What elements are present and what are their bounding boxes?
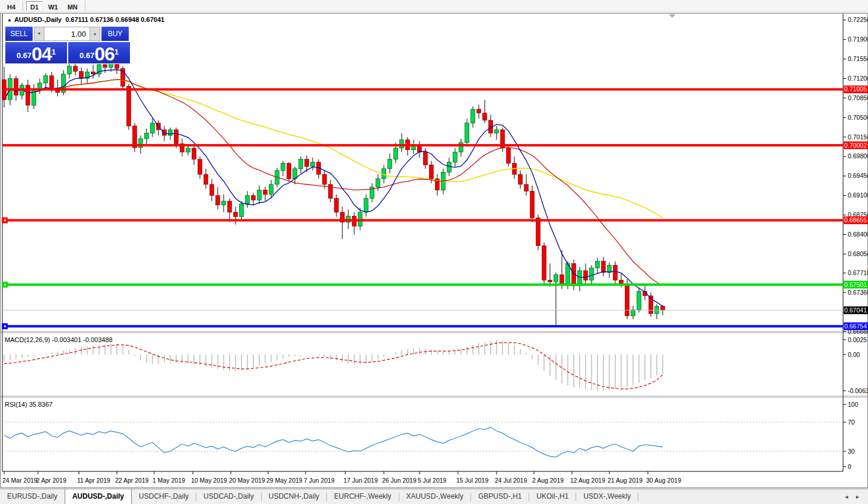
buy-price-prefix: 0.67 xyxy=(80,49,94,63)
candle-body xyxy=(507,148,511,163)
candle-body xyxy=(228,201,232,212)
tab-eurchf-weekly[interactable]: EURCHF-,Weekly xyxy=(327,489,398,504)
tab-scroll-right-icon[interactable]: ► xyxy=(852,493,863,501)
buy-price-pip-digit: 1 xyxy=(115,42,119,62)
price-axis-label: 0.70150 xyxy=(848,133,868,141)
candle-body xyxy=(80,71,84,78)
price-chart-canvas[interactable]: 0.722500.719000.715500.712000.708500.705… xyxy=(0,13,868,489)
candle-body xyxy=(536,218,540,245)
chart-title: ▲AUDUSD-,Daily 0.67111 0.67136 0.66948 0… xyxy=(7,16,164,23)
candle-body xyxy=(246,196,250,204)
candle-body xyxy=(447,162,452,172)
tab-usdcad-daily[interactable]: USDCAD-,Daily xyxy=(196,489,261,504)
tab-eurusd-daily[interactable]: EURUSD-,Daily xyxy=(0,489,65,504)
buy-price-button[interactable]: 0.67061 xyxy=(68,42,130,63)
candle-body xyxy=(625,283,629,315)
symbol-tabbar: EURUSD-,Daily AUDUSD-,Daily USDCHF-,Dail… xyxy=(0,489,868,504)
buy-price-big-digits: 06 xyxy=(94,45,115,63)
candle-body xyxy=(465,123,469,143)
candle-body xyxy=(590,268,594,280)
time-axis-label: 7 Jun 2019 xyxy=(304,477,335,484)
time-axis-label: 10 May 2019 xyxy=(191,477,227,484)
candle-body xyxy=(542,245,546,280)
time-axis-label: 17 Jun 2019 xyxy=(344,477,378,484)
candle-body xyxy=(44,76,48,83)
candle-body xyxy=(560,275,564,285)
candle-body xyxy=(210,184,214,196)
candle-body xyxy=(240,204,244,217)
candle-body xyxy=(127,87,131,126)
candle-body xyxy=(554,275,558,282)
rsi-axis-label: 30 xyxy=(848,448,855,455)
candle-body xyxy=(430,165,434,178)
tab-ukoil-h1[interactable]: UKOil-,H1 xyxy=(529,489,576,504)
candle-body xyxy=(471,109,475,123)
trade-panel-top-row: SELL ▼ ▲ BUY xyxy=(5,27,131,41)
time-axis-label: 5 Jul 2019 xyxy=(418,477,447,484)
candle-body xyxy=(74,66,78,71)
toolbar-separator xyxy=(85,1,85,11)
volume-decrease-button[interactable]: ▼ xyxy=(34,27,44,41)
macd-indicator-label: MACD(12,26,9) -0.003401 -0.003488 xyxy=(5,336,113,343)
candle-body xyxy=(50,76,54,88)
timeframe-button-mn[interactable]: MN xyxy=(63,1,82,11)
price-axis-label: 0.72250 xyxy=(848,16,868,23)
time-axis-label: 11 Apr 2019 xyxy=(77,477,110,484)
rsi-axis-label: 100 xyxy=(848,401,859,408)
candle-body xyxy=(637,291,641,310)
buy-button[interactable]: BUY xyxy=(101,27,129,41)
sell-price-pip-digit: 1 xyxy=(52,42,56,62)
time-axis-label: 20 May 2019 xyxy=(229,477,265,484)
volume-increase-button[interactable]: ▲ xyxy=(90,27,100,41)
price-axis-label: 0.69100 xyxy=(848,192,868,199)
time-axis-label: 2 Aug 2019 xyxy=(532,477,564,484)
tab-xauusd-weekly[interactable]: XAUUSD-,Weekly xyxy=(399,489,470,504)
chart-ohlc-values: 0.67111 0.67136 0.66948 0.67041 xyxy=(65,16,164,23)
candle-body xyxy=(584,271,588,280)
timeframe-button-d1[interactable]: D1 xyxy=(26,1,43,11)
candle-body xyxy=(192,148,196,160)
tab-usdcnh-daily[interactable]: USDCNH-,Daily xyxy=(262,489,326,504)
rsi-indicator-label: RSI(14) 35.8367 xyxy=(5,401,53,408)
candle-body xyxy=(424,152,428,165)
candle-body xyxy=(281,163,285,170)
time-axis-label: 24 Mar 2019 xyxy=(2,477,37,484)
rsi-axis-label: 70 xyxy=(848,419,855,426)
price-axis-label: 0.69450 xyxy=(848,172,868,179)
tab-scroll-left-icon[interactable]: ◄ xyxy=(841,493,852,501)
time-axis-label: 2 Apr 2019 xyxy=(36,477,66,484)
chart-area: 0.722500.719000.715500.712000.708500.705… xyxy=(0,13,868,489)
candle-body xyxy=(163,130,167,135)
candle-body xyxy=(495,130,499,133)
tab-gbpusd-h1[interactable]: GBPUSD-,H1 xyxy=(471,489,529,504)
candle-body xyxy=(311,162,315,167)
candle-body xyxy=(198,160,202,174)
candle-body xyxy=(186,148,190,152)
tab-usdchf-daily[interactable]: USDCHF-,Daily xyxy=(132,489,196,504)
candle-body xyxy=(477,109,481,113)
candle-body xyxy=(388,160,392,169)
macd-axis-label: 0.00 xyxy=(848,351,860,358)
timeframe-button-h4[interactable]: H4 xyxy=(3,1,20,11)
sell-button[interactable]: SELL xyxy=(5,27,33,41)
candle-body xyxy=(602,261,606,273)
price-axis-label: 0.69800 xyxy=(848,152,868,160)
one-click-trade-panel: SELL ▼ ▲ BUY 0.67041 0.67061 xyxy=(5,26,132,64)
volume-input[interactable] xyxy=(44,27,90,41)
price-axis-label: 0.67360 xyxy=(848,289,868,296)
price-axis-label: 0.71200 xyxy=(848,75,868,82)
tab-separator xyxy=(638,493,638,501)
tab-audusd-daily[interactable]: AUDUSD-,Daily xyxy=(65,489,132,504)
sell-price-button[interactable]: 0.67041 xyxy=(5,42,67,63)
tab-usdx-weekly[interactable]: USDX-,Weekly xyxy=(576,489,638,504)
level-price-label: 0.68655 xyxy=(844,216,867,224)
candle-body xyxy=(204,174,208,184)
candle-body xyxy=(257,190,262,200)
time-axis-label: 24 Jul 2019 xyxy=(495,477,527,484)
candle-body xyxy=(305,160,309,167)
timeframe-button-w1[interactable]: W1 xyxy=(44,1,62,11)
candle-body xyxy=(68,66,72,74)
candle-body xyxy=(174,130,179,143)
candle-body xyxy=(252,196,256,200)
object-marker-icon: ▲ xyxy=(7,17,12,23)
